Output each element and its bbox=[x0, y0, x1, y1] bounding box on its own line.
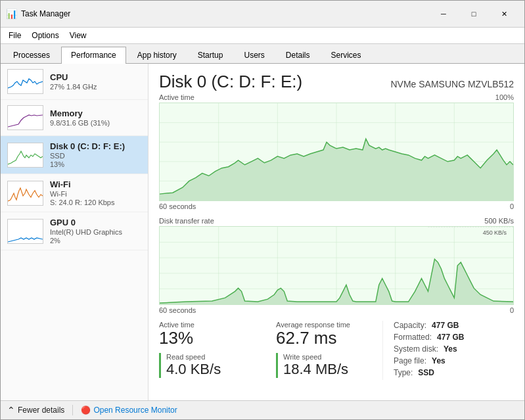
menu-file[interactable]: File bbox=[3, 29, 26, 42]
stats-left: Active time 13% Average response time 62… bbox=[159, 321, 382, 380]
active-avg-row: Active time 13% Average response time 62… bbox=[159, 321, 382, 348]
disk-title: Disk 0 (C: D: F: E:) bbox=[159, 72, 302, 92]
wifi-label: Wi-Fi bbox=[50, 179, 141, 189]
menu-options[interactable]: Options bbox=[26, 29, 64, 42]
maximize-button[interactable]: □ bbox=[459, 5, 489, 23]
fewer-details-label: Fewer details bbox=[18, 406, 64, 415]
transfer-rate-label: Disk transfer rate bbox=[159, 217, 214, 225]
task-manager-window: 📊 Task Manager ─ □ ✕ File Options View P… bbox=[0, 0, 525, 420]
write-speed-label: Write speed bbox=[283, 353, 372, 361]
system-disk-label: System disk: bbox=[394, 344, 438, 354]
active-time-label: Active time bbox=[159, 93, 194, 101]
write-speed-block: Write speed 18.4 MB/s bbox=[276, 353, 382, 378]
type-value: SSD bbox=[418, 368, 434, 377]
active-time-max: 100% bbox=[495, 93, 514, 101]
resource-monitor-label: Open Resource Monitor bbox=[93, 406, 177, 415]
formatted-label: Formatted: bbox=[394, 333, 432, 342]
active-chart-label-row: Active time 100% bbox=[159, 93, 514, 101]
tab-bar: Processes Performance App history Startu… bbox=[1, 44, 524, 64]
page-file-label: Page file: bbox=[394, 356, 426, 365]
active-chart-zero: 0 bbox=[510, 202, 514, 210]
memory-label: Memory bbox=[50, 108, 141, 118]
disk-detail2: 13% bbox=[50, 160, 141, 168]
disk-model: NVMe SAMSUNG MZVLB512 bbox=[391, 79, 514, 89]
sidebar: CPU 27% 1.84 GHz Memory 9.8/31.6 GB (31%… bbox=[1, 64, 148, 400]
transfer-chart-label-row: Disk transfer rate 500 KB/s bbox=[159, 217, 514, 225]
memory-thumbnail bbox=[7, 105, 43, 130]
cpu-info: CPU 27% 1.84 GHz bbox=[50, 72, 141, 91]
fewer-details-button[interactable]: ⌃ Fewer details bbox=[7, 405, 64, 415]
capacity-label: Capacity: bbox=[394, 321, 426, 330]
type-label: Type: bbox=[394, 368, 413, 377]
page-file-value: Yes bbox=[432, 356, 445, 365]
svg-rect-4 bbox=[8, 220, 43, 243]
sidebar-item-wifi[interactable]: Wi-Fi Wi-Fi S: 24.0 R: 120 Kbps bbox=[1, 174, 148, 212]
write-speed-value: 18.4 MB/s bbox=[283, 361, 372, 378]
speed-row: Read speed 4.0 KB/s Write speed 18.4 MB/… bbox=[159, 353, 382, 378]
bottom-bar: ⌃ Fewer details 🔴 Open Resource Monitor bbox=[1, 400, 524, 419]
disk-info: Disk 0 (C: D: F: E:) SSD 13% bbox=[50, 141, 141, 168]
disk-detail1: SSD bbox=[50, 152, 141, 160]
info-capacity: Capacity: 477 GB bbox=[394, 321, 514, 330]
sidebar-item-disk[interactable]: Disk 0 (C: D: F: E:) SSD 13% bbox=[1, 136, 148, 174]
menu-view[interactable]: View bbox=[64, 29, 92, 42]
wifi-detail2: S: 24.0 R: 120 Kbps bbox=[50, 198, 141, 206]
active-chart-time: 60 seconds bbox=[159, 202, 196, 210]
wifi-detail1: Wi-Fi bbox=[50, 190, 141, 198]
wifi-thumbnail bbox=[7, 181, 43, 206]
tab-startup[interactable]: Startup bbox=[188, 47, 233, 63]
main-panel: Disk 0 (C: D: F: E:) NVMe SAMSUNG MZVLB5… bbox=[148, 64, 524, 400]
capacity-value: 477 GB bbox=[432, 321, 459, 330]
wifi-info: Wi-Fi Wi-Fi S: 24.0 R: 120 Kbps bbox=[50, 179, 141, 206]
tab-processes[interactable]: Processes bbox=[3, 47, 60, 63]
cpu-label: CPU bbox=[50, 72, 141, 82]
info-column: Capacity: 477 GB Formatted: 477 GB Syste… bbox=[382, 321, 514, 380]
stats-info-row: Active time 13% Average response time 62… bbox=[159, 321, 514, 380]
info-type: Type: SSD bbox=[394, 368, 514, 377]
svg-text:450 KB/s: 450 KB/s bbox=[483, 229, 507, 236]
sidebar-item-cpu[interactable]: CPU 27% 1.84 GHz bbox=[1, 64, 148, 100]
gpu-detail2: 2% bbox=[50, 237, 141, 245]
gpu-detail1: Intel(R) UHD Graphics bbox=[50, 228, 141, 236]
disk-thumbnail bbox=[7, 143, 43, 168]
gpu-info: GPU 0 Intel(R) UHD Graphics 2% bbox=[50, 218, 141, 245]
sidebar-item-gpu[interactable]: GPU 0 Intel(R) UHD Graphics 2% bbox=[1, 212, 148, 250]
tab-performance[interactable]: Performance bbox=[61, 47, 126, 64]
disk-label: Disk 0 (C: D: F: E:) bbox=[50, 141, 141, 151]
info-formatted: Formatted: 477 GB bbox=[394, 333, 514, 342]
memory-info: Memory 9.8/31.6 GB (31%) bbox=[50, 108, 141, 127]
tab-users[interactable]: Users bbox=[234, 47, 274, 63]
transfer-chart-zero: 0 bbox=[510, 306, 514, 314]
transfer-chart-time: 60 seconds bbox=[159, 306, 196, 314]
app-icon: 📊 bbox=[6, 9, 17, 19]
transfer-chart-bottom: 60 seconds 0 bbox=[159, 306, 514, 314]
active-chart-bottom: 60 seconds 0 bbox=[159, 202, 514, 210]
chevron-up-icon: ⌃ bbox=[7, 405, 15, 415]
close-button[interactable]: ✕ bbox=[489, 5, 519, 23]
sidebar-item-memory[interactable]: Memory 9.8/31.6 GB (31%) bbox=[1, 100, 148, 136]
read-speed-label: Read speed bbox=[166, 353, 255, 361]
gpu-label: GPU 0 bbox=[50, 218, 141, 227]
transfer-rate-max: 500 KB/s bbox=[484, 217, 514, 225]
gpu-thumbnail bbox=[7, 219, 43, 244]
tab-app-history[interactable]: App history bbox=[127, 47, 187, 63]
formatted-value: 477 GB bbox=[437, 333, 464, 342]
read-speed-value: 4.0 KB/s bbox=[166, 361, 255, 378]
info-system-disk: System disk: Yes bbox=[394, 344, 514, 354]
main-content: CPU 27% 1.84 GHz Memory 9.8/31.6 GB (31%… bbox=[1, 64, 524, 400]
tab-details[interactable]: Details bbox=[276, 47, 320, 63]
title-bar: 📊 Task Manager ─ □ ✕ bbox=[1, 1, 524, 28]
tab-services[interactable]: Services bbox=[321, 47, 371, 63]
active-time-stat: Active time 13% bbox=[159, 321, 265, 348]
resource-monitor-icon: 🔴 bbox=[81, 406, 91, 415]
active-time-stat-value: 13% bbox=[159, 329, 255, 348]
transfer-rate-section: Disk transfer rate 500 KB/s bbox=[159, 217, 514, 314]
cpu-thumbnail bbox=[7, 69, 43, 94]
system-disk-value: Yes bbox=[444, 344, 457, 354]
active-time-section: Active time 100% bbox=[159, 93, 514, 210]
memory-detail: 9.8/31.6 GB (31%) bbox=[50, 119, 141, 127]
window-title: Task Manager bbox=[21, 9, 70, 18]
resource-monitor-link[interactable]: 🔴 Open Resource Monitor bbox=[81, 406, 177, 415]
minimize-button[interactable]: ─ bbox=[428, 5, 459, 23]
read-speed-block: Read speed 4.0 KB/s bbox=[159, 353, 265, 378]
